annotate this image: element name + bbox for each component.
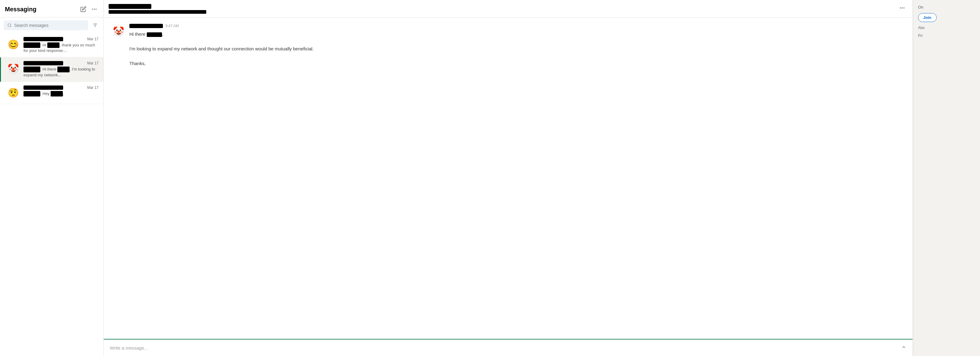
compose-expand-button[interactable] bbox=[901, 345, 907, 351]
svg-point-3 bbox=[8, 24, 11, 27]
message-avatar: 🤡 bbox=[111, 24, 126, 38]
middle-header-subtitle bbox=[109, 10, 206, 14]
search-icon bbox=[7, 23, 12, 28]
svg-point-8 bbox=[900, 7, 901, 8]
middle-panel: 🤡 9:47 AM Hi there , I'm looking to expa… bbox=[104, 0, 913, 356]
message-block: 🤡 9:47 AM Hi there , I'm looking to expa… bbox=[111, 24, 905, 67]
right-panel: On Join Abo Pri bbox=[913, 0, 980, 356]
conv-date: Mar 17 bbox=[87, 61, 99, 65]
header-actions bbox=[79, 5, 99, 13]
svg-point-2 bbox=[95, 8, 96, 10]
avatar: 🤨 bbox=[6, 86, 21, 100]
conv-content: Mar 17 : Hey , bbox=[24, 86, 99, 96]
svg-point-1 bbox=[94, 8, 95, 10]
body-line1: I'm looking to expand my network and tho… bbox=[129, 46, 313, 51]
svg-point-10 bbox=[904, 7, 904, 8]
search-input-wrap[interactable] bbox=[4, 21, 88, 30]
greeting: Hi there bbox=[129, 32, 146, 37]
message-meta: 9:47 AM bbox=[129, 24, 905, 28]
about-label: Abo bbox=[918, 26, 975, 30]
more-options-button[interactable] bbox=[90, 5, 99, 13]
conv-top: Mar 17 bbox=[24, 61, 99, 65]
message-body: 9:47 AM Hi there , I'm looking to expand… bbox=[129, 24, 905, 67]
conv-preview: : Hey , bbox=[24, 91, 99, 96]
on-label: On bbox=[918, 5, 975, 10]
svg-point-9 bbox=[902, 7, 902, 8]
message-time: 9:47 AM bbox=[165, 24, 179, 28]
left-panel: Messaging bbox=[0, 0, 104, 356]
conv-content: Mar 17 : Hi there , I'm looking to expan… bbox=[24, 61, 99, 78]
conv-name bbox=[24, 37, 63, 41]
pri-label: Pri bbox=[918, 34, 975, 38]
conversation-more-button[interactable] bbox=[897, 4, 908, 14]
conv-date: Mar 17 bbox=[87, 37, 99, 41]
message-area: 🤡 9:47 AM Hi there , I'm looking to expa… bbox=[104, 18, 913, 339]
conv-name bbox=[24, 61, 63, 65]
compose-area: Write a message... bbox=[104, 339, 913, 356]
conv-top: Mar 17 bbox=[24, 86, 99, 90]
middle-header-info bbox=[109, 4, 206, 14]
svg-point-0 bbox=[92, 8, 93, 10]
conversation-item[interactable]: 😊 Mar 17 : Hi , thank you so much for yo… bbox=[0, 33, 103, 57]
conversation-item-active[interactable]: 🤡 Mar 17 : Hi there , I'm looking to exp… bbox=[0, 57, 103, 81]
avatar: 😊 bbox=[6, 37, 21, 52]
conversation-item[interactable]: 🤨 Mar 17 : Hey , bbox=[0, 82, 103, 104]
body-line2: Thanks, bbox=[129, 61, 146, 66]
svg-line-4 bbox=[10, 26, 11, 27]
join-button[interactable]: Join bbox=[918, 13, 937, 22]
middle-header bbox=[104, 0, 913, 18]
compose-placeholder: Write a message... bbox=[110, 345, 148, 351]
conv-name bbox=[24, 86, 63, 90]
messaging-header: Messaging bbox=[0, 0, 103, 18]
avatar: 🤡 bbox=[6, 61, 21, 76]
sender-name-redacted bbox=[129, 24, 163, 28]
search-bar bbox=[0, 18, 103, 33]
search-input[interactable] bbox=[14, 23, 84, 28]
conv-date: Mar 17 bbox=[87, 86, 99, 90]
conversation-list: 😊 Mar 17 : Hi , thank you so much for yo… bbox=[0, 33, 103, 356]
middle-header-name bbox=[109, 4, 151, 9]
message-text: Hi there , I'm looking to expand my netw… bbox=[129, 30, 905, 67]
conv-preview: : Hi , thank you so much for your kind r… bbox=[24, 42, 99, 53]
compose-button[interactable] bbox=[79, 5, 88, 13]
filter-button[interactable] bbox=[91, 21, 100, 30]
conv-preview: : Hi there , I'm looking to expand my ne… bbox=[24, 67, 99, 78]
conv-content: Mar 17 : Hi , thank you so much for your… bbox=[24, 37, 99, 53]
conv-top: Mar 17 bbox=[24, 37, 99, 41]
app-title: Messaging bbox=[5, 6, 36, 13]
